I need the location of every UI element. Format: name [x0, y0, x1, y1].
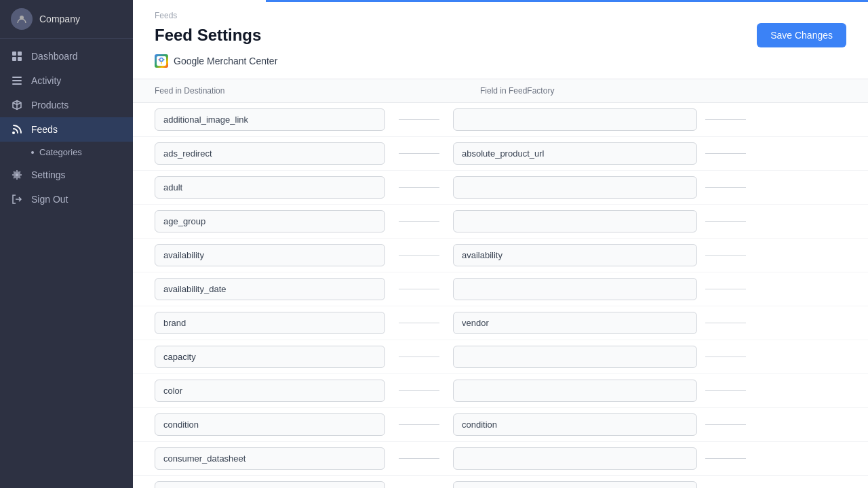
sidebar-item-feeds[interactable]: Feeds [0, 117, 133, 142]
table-row [133, 374, 868, 408]
connector-area [385, 390, 453, 391]
connector-line [399, 424, 439, 425]
svg-rect-2 [18, 52, 22, 56]
factory-field-input[interactable] [453, 481, 697, 488]
dest-field-input[interactable] [155, 413, 385, 436]
table-row [133, 103, 868, 137]
connector-area [385, 289, 453, 289]
sidebar-item-products[interactable]: Products [0, 93, 133, 117]
connector-area [385, 458, 453, 459]
sidebar-item-dashboard[interactable]: Dashboard [0, 44, 133, 68]
sidebar-header: Company [0, 0, 133, 39]
logout-icon [11, 194, 23, 205]
sidebar-item-activity[interactable]: Activity [0, 68, 133, 93]
table-row [133, 408, 868, 442]
dest-field-input[interactable] [155, 346, 385, 368]
feed-source: Google Merchant Center [155, 54, 846, 68]
factory-field-input[interactable] [453, 210, 697, 232]
dest-field-input[interactable] [155, 312, 385, 334]
connector-line [399, 323, 439, 323]
sidebar-item-settings-label: Settings [31, 169, 66, 180]
table-row [133, 340, 868, 374]
dest-field-input[interactable] [155, 278, 385, 300]
dest-field-input[interactable] [155, 142, 385, 165]
table-row [133, 239, 868, 272]
table-row [133, 137, 868, 171]
after-factory-area [697, 424, 846, 425]
sidebar-item-dashboard-label: Dashboard [31, 51, 78, 62]
connector-area [385, 187, 453, 188]
page-title: Feed Settings [155, 26, 261, 45]
after-line [705, 119, 746, 120]
rss-icon [11, 124, 23, 135]
connector-area [385, 221, 453, 222]
save-button[interactable]: Save Changes [757, 23, 846, 47]
table-row [133, 442, 868, 476]
list-icon [11, 75, 23, 86]
factory-field-input[interactable] [453, 413, 697, 436]
factory-field-input[interactable] [453, 244, 697, 266]
factory-field-input[interactable] [453, 447, 697, 470]
after-line [705, 187, 746, 188]
factory-field-input[interactable] [453, 108, 697, 131]
after-line [705, 255, 746, 256]
dest-field-input[interactable] [155, 108, 385, 131]
dest-field-input[interactable] [155, 481, 385, 488]
google-merchant-icon [155, 54, 168, 68]
connector-area [385, 255, 453, 256]
connector-area [385, 153, 453, 154]
svg-rect-3 [12, 57, 16, 61]
breadcrumb: Feeds [155, 11, 846, 20]
gear-icon [11, 169, 23, 180]
dest-field-input[interactable] [155, 176, 385, 199]
svg-rect-6 [12, 80, 22, 81]
col-factory-header: Field in FeedFactory [480, 86, 846, 96]
svg-rect-1 [12, 52, 16, 56]
table-row [133, 205, 868, 239]
after-factory-area [697, 323, 846, 323]
connector-line [399, 390, 439, 391]
factory-field-input[interactable] [453, 278, 697, 300]
after-factory-area [697, 357, 846, 357]
after-factory-area [697, 390, 846, 391]
sidebar-item-categories[interactable]: Categories [0, 142, 133, 163]
factory-field-input[interactable] [453, 176, 697, 199]
col-dest-header: Feed in Destination [155, 86, 412, 96]
after-line [705, 390, 746, 391]
table-row [133, 171, 868, 205]
rows-container [133, 103, 868, 488]
connector-area [385, 424, 453, 425]
connector-line [399, 458, 439, 459]
sidebar-nav: Dashboard Activity Products [0, 39, 133, 488]
dest-field-input[interactable] [155, 447, 385, 470]
factory-field-input[interactable] [453, 346, 697, 368]
factory-field-input[interactable] [453, 380, 697, 402]
connector-area [385, 119, 453, 120]
after-factory-area [697, 119, 846, 120]
factory-field-input[interactable] [453, 312, 697, 334]
after-line [705, 357, 746, 357]
header-row: Feed Settings Save Changes [155, 23, 846, 47]
sidebar-item-signout[interactable]: Sign Out [0, 187, 133, 211]
dest-field-input[interactable] [155, 244, 385, 266]
connector-line [399, 289, 439, 289]
sidebar: Company Dashboard Activity [0, 0, 133, 488]
table-row [133, 272, 868, 306]
dest-field-input[interactable] [155, 210, 385, 232]
after-factory-area [697, 187, 846, 188]
connector-line [399, 255, 439, 256]
sidebar-item-products-label: Products [31, 100, 68, 110]
after-line [705, 221, 746, 222]
connector-line [399, 357, 439, 357]
after-line [705, 424, 746, 425]
sidebar-item-feeds-label: Feeds [31, 124, 58, 135]
connector-line [399, 187, 439, 188]
after-line [705, 153, 746, 154]
dest-field-input[interactable] [155, 380, 385, 402]
factory-field-input[interactable] [453, 142, 697, 165]
company-name: Company [39, 14, 80, 24]
connector-area [385, 357, 453, 357]
table-row [133, 476, 868, 488]
svg-rect-7 [12, 83, 22, 85]
sidebar-item-settings[interactable]: Settings [0, 163, 133, 187]
